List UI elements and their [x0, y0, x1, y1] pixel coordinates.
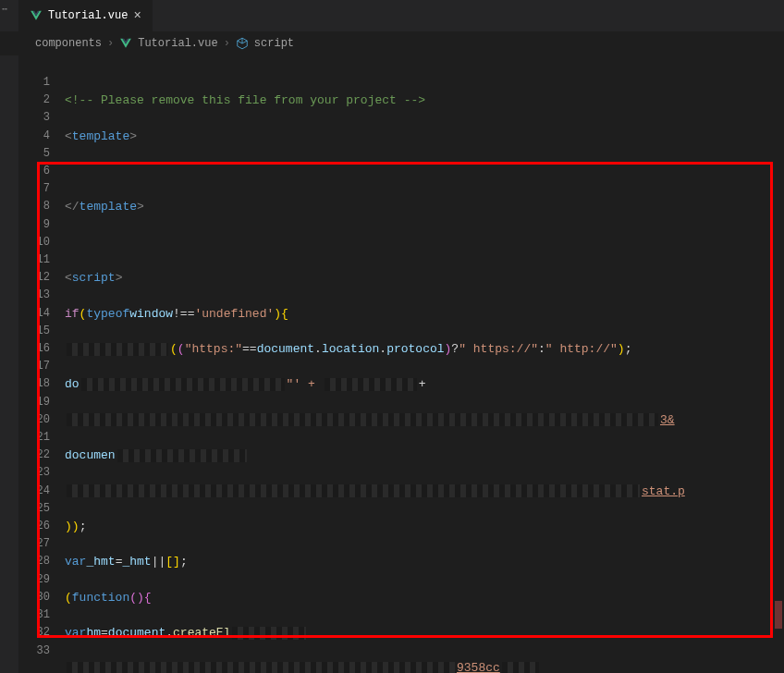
- activity-strip: [0, 55, 18, 673]
- code-token: stat.p: [642, 483, 685, 500]
- line-number: 26: [18, 518, 50, 535]
- code-token: 'undefined': [194, 305, 274, 323]
- code-token: template: [72, 128, 129, 145]
- breadcrumb-folder[interactable]: components: [35, 37, 102, 50]
- line-number: 16: [18, 340, 50, 358]
- redacted: [232, 627, 306, 640]
- code-editor[interactable]: 1 2 3 4 5 6 7 8 9 10 11 12 13 14 15 16 1…: [0, 55, 784, 673]
- line-number: 31: [18, 606, 50, 624]
- code-token: do: [65, 375, 80, 393]
- code-token: window: [129, 305, 173, 323]
- line-number: 11: [18, 251, 50, 269]
- tab-bar-space: [153, 0, 784, 31]
- code-token: _hmt: [122, 553, 151, 570]
- minimap-slider[interactable]: [775, 601, 782, 629]
- line-number: 29: [18, 571, 50, 589]
- code-content[interactable]: <!-- Please remove this file from your p…: [65, 55, 784, 673]
- tab-bar: Tutorial.vue ×: [0, 0, 784, 31]
- line-number: 32: [18, 624, 50, 642]
- line-number: 1: [18, 74, 50, 92]
- code-token: <!-- Please remove this file from your p…: [65, 92, 425, 109]
- code-token: var: [65, 624, 86, 642]
- line-number: 5: [18, 145, 50, 163]
- line-number: 17: [18, 358, 50, 375]
- redacted: [67, 484, 640, 497]
- code-token: +: [419, 375, 426, 393]
- code-token: "' +: [287, 375, 323, 393]
- chevron-right-icon: ›: [107, 37, 114, 50]
- line-number: 25: [18, 500, 50, 518]
- redacted: [67, 662, 455, 673]
- line-number: 24: [18, 483, 50, 500]
- code-token: protocol: [386, 340, 444, 358]
- code-token: template: [80, 198, 137, 215]
- code-token: _hmt: [86, 553, 115, 570]
- line-number: 18: [18, 375, 50, 393]
- line-number: 14: [18, 305, 50, 323]
- code-token: " http://": [545, 340, 618, 358]
- line-number: 13: [18, 287, 50, 304]
- code-token: ||: [152, 553, 166, 570]
- line-number: 7: [18, 180, 50, 198]
- code-token: "https:": [185, 340, 242, 358]
- line-number: 30: [18, 589, 50, 606]
- line-number: 3: [18, 109, 50, 127]
- line-number: 15: [18, 323, 50, 340]
- vue-icon: [119, 37, 132, 50]
- breadcrumb[interactable]: components › Tutorial.vue › script: [0, 31, 784, 55]
- line-number: 12: [18, 269, 50, 287]
- redacted: [502, 662, 539, 673]
- code-token: 3&: [660, 411, 675, 429]
- code-token: typeof: [86, 305, 129, 323]
- cube-icon: [236, 37, 249, 50]
- code-token: 9358cc: [457, 659, 500, 673]
- code-token: ==: [242, 340, 257, 358]
- tab-filename: Tutorial.vue: [48, 9, 128, 22]
- code-token: document: [257, 340, 314, 358]
- code-token: =: [101, 624, 108, 642]
- code-token: document: [108, 624, 165, 642]
- line-number: 22: [18, 447, 50, 464]
- code-token: createEl: [173, 624, 230, 642]
- redacted: [67, 343, 168, 356]
- code-token: :: [538, 340, 545, 358]
- menu-dots[interactable]: ⋯: [2, 4, 8, 15]
- code-token: !==: [173, 305, 194, 323]
- line-number: 2: [18, 92, 50, 109]
- line-gutter: 1 2 3 4 5 6 7 8 9 10 11 12 13 14 15 16 1…: [18, 55, 65, 673]
- vue-icon: [30, 9, 43, 22]
- breadcrumb-symbol[interactable]: script: [254, 37, 294, 50]
- code-token: function: [72, 589, 129, 606]
- file-tab[interactable]: Tutorial.vue ×: [18, 0, 153, 31]
- chevron-right-icon: ›: [224, 37, 230, 50]
- line-number: 4: [18, 128, 50, 145]
- redacted: [81, 378, 285, 391]
- code-token: " https://": [459, 340, 538, 358]
- line-number: 19: [18, 394, 50, 411]
- code-token: hm: [86, 624, 101, 642]
- code-token: if: [65, 305, 80, 323]
- breadcrumb-file[interactable]: Tutorial.vue: [138, 37, 217, 50]
- redacted: [325, 378, 417, 391]
- code-token: ?: [451, 340, 459, 358]
- line-number: 6: [18, 163, 50, 180]
- redacted: [117, 449, 247, 462]
- line-number: 10: [18, 234, 50, 251]
- code-token: var: [65, 553, 86, 570]
- line-number: 23: [18, 464, 50, 482]
- code-token: script: [72, 269, 116, 287]
- line-number: 27: [18, 535, 50, 553]
- line-number: 21: [18, 429, 50, 447]
- line-number: 33: [18, 642, 50, 660]
- redacted: [67, 413, 658, 426]
- line-number: 20: [18, 411, 50, 429]
- close-icon[interactable]: ×: [133, 8, 141, 23]
- line-number: 9: [18, 216, 50, 234]
- code-token: location: [322, 340, 379, 358]
- line-number: 8: [18, 198, 50, 215]
- code-token: documen: [65, 447, 116, 464]
- line-number: 28: [18, 553, 50, 570]
